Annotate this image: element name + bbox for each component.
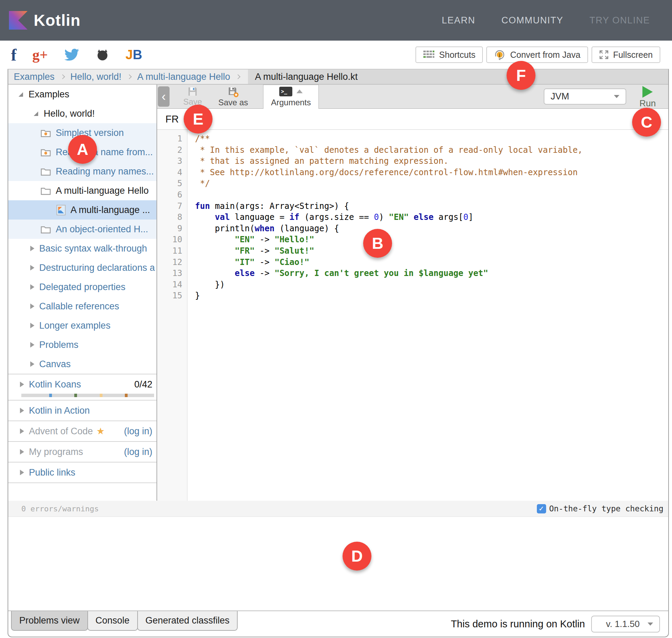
problems-view-panel <box>8 517 668 611</box>
sidebar-item-label: Callable references <box>39 301 119 312</box>
sidebar-item-label: Public links <box>29 467 75 478</box>
caret-down-icon <box>648 623 653 626</box>
run-label: Run <box>639 98 656 109</box>
nav-learn[interactable]: LEARN <box>442 15 475 26</box>
collapsed-icon[interactable] <box>20 428 24 434</box>
tab-problems-view[interactable]: Problems view <box>11 611 88 631</box>
sidebar-item-basic-syntax-walk-through[interactable]: Basic syntax walk-through <box>8 239 156 258</box>
expanded-icon[interactable] <box>19 92 23 97</box>
sidebar-item-advent-of-code[interactable]: Advent of Code★(log in) <box>8 421 156 441</box>
sidebar-item-hello-world[interactable]: Hello, world! <box>8 104 156 123</box>
collapsed-icon[interactable] <box>30 284 34 290</box>
on-the-fly-checkbox-row[interactable]: ✓ On-the-fly type checking <box>537 504 663 513</box>
top-action-buttons: Shortcuts j Convert from Java Fullscreen <box>415 46 660 63</box>
line-number: 13 <box>157 268 187 279</box>
sidebar-item-label: A multi-language ... <box>71 205 150 215</box>
sidebar-item-label: Longer examples <box>39 320 110 331</box>
collapsed-icon[interactable] <box>30 246 34 251</box>
code-editor[interactable]: 123456789101112131415 /** * In this exam… <box>157 130 668 501</box>
code-line: }) <box>195 279 583 290</box>
sidebar-item-kotlin-in-action[interactable]: Kotlin in Action <box>8 400 156 421</box>
sidebar-item-delegated-properties[interactable]: Delegated properties <box>8 277 156 297</box>
tab-generated-classfiles[interactable]: Generated classfiles <box>137 611 238 631</box>
annotation-badge-d: D <box>343 542 371 571</box>
on-the-fly-label: On-the-fly type checking <box>549 504 663 513</box>
sidebar-item-problems[interactable]: Problems <box>8 335 156 354</box>
collapsed-icon[interactable] <box>20 470 24 475</box>
expanded-icon[interactable] <box>34 111 38 116</box>
facebook-icon[interactable]: f <box>11 45 17 64</box>
caret-up-icon <box>296 89 303 93</box>
collapsed-icon[interactable] <box>20 449 24 455</box>
sidebar-item-reading-many-names[interactable]: Reading many names... <box>8 162 156 181</box>
collapsed-icon[interactable] <box>30 342 34 348</box>
main-area: ExamplesHello, world!Simplest versionRea… <box>8 85 668 501</box>
twitter-icon[interactable] <box>64 48 79 61</box>
editor-toolbar: ‹ Save Save as <box>157 85 668 109</box>
progress-segment <box>100 394 102 397</box>
code-line: else -> "Sorry, I can't greet you in $la… <box>195 268 583 279</box>
run-button[interactable]: Run <box>639 86 656 109</box>
sidebar-item-an-object-oriented-h[interactable]: An object-oriented H... <box>8 220 156 239</box>
shortcuts-button[interactable]: Shortcuts <box>415 46 483 63</box>
collapsed-icon[interactable] <box>20 408 24 413</box>
arguments-value: FR <box>165 114 179 125</box>
chevron-right-icon <box>60 74 65 79</box>
checkbox-checked-icon[interactable]: ✓ <box>537 504 546 513</box>
arguments-tab[interactable]: >_ Arguments <box>263 85 319 109</box>
sidebar-item-kotlin-koans[interactable]: Kotlin Koans0/42 <box>8 374 156 400</box>
errors-status-bar: 0 errors/warnings ✓ On-the-fly type chec… <box>8 501 668 517</box>
line-number-gutter: 123456789101112131415 <box>157 130 187 501</box>
sidebar-item-longer-examples[interactable]: Longer examples <box>8 316 156 335</box>
java-convert-icon: j <box>494 49 506 61</box>
log-in-link[interactable]: (log in) <box>124 426 152 437</box>
folder-icon <box>41 167 51 176</box>
annotation-badge-b: B <box>363 229 392 258</box>
version-select[interactable]: v. 1.1.50 <box>591 616 660 632</box>
sidebar-item-examples[interactable]: Examples <box>8 85 156 104</box>
nav-try-online[interactable]: TRY ONLINE <box>589 15 650 26</box>
arguments-input[interactable]: FR <box>157 109 668 130</box>
folder-dot-icon <box>41 129 51 137</box>
convert-from-java-button[interactable]: j Convert from Java <box>486 46 588 63</box>
log-in-link[interactable]: (log in) <box>124 447 152 457</box>
fullscreen-button[interactable]: Fullscreen <box>592 46 660 63</box>
collapse-sidebar-button[interactable]: ‹ <box>158 86 170 107</box>
code-line: * See http://kotlinlang.org/docs/referen… <box>195 167 583 178</box>
sidebar-item-my-programs[interactable]: My programs(log in) <box>8 441 156 462</box>
nav-community[interactable]: COMMUNITY <box>501 15 563 26</box>
collapsed-icon[interactable] <box>30 304 34 309</box>
code-line: * that is assigned an pattern matching e… <box>195 156 583 167</box>
google-plus-icon[interactable]: g+ <box>32 46 48 63</box>
sidebar-item-public-links[interactable]: Public links <box>8 462 156 482</box>
sidebar-item-label: My programs <box>29 447 83 457</box>
breadcrumb-current-file: A multi-language Hello.kt <box>255 72 358 82</box>
jetbrains-icon[interactable]: JB <box>126 47 142 62</box>
sidebar-item-label: Hello, world! <box>44 108 95 119</box>
collapsed-icon[interactable] <box>20 382 24 387</box>
sidebar-item-callable-references[interactable]: Callable references <box>8 297 156 316</box>
sidebar-item-a-multi-language[interactable]: A multi-language ... <box>8 200 156 220</box>
line-number: 2 <box>157 145 187 156</box>
kotlin-logo[interactable]: Kotlin <box>9 11 80 30</box>
breadcrumb-multi-language-hello[interactable]: A multi-language Hello <box>137 72 230 82</box>
caret-down-icon <box>614 95 619 98</box>
sidebar-item-a-multi-language-hello[interactable]: A multi-language Hello <box>8 181 156 200</box>
breadcrumb-hello-world[interactable]: Hello, world! <box>71 72 122 82</box>
runtime-select[interactable]: JVM <box>544 88 626 105</box>
collapsed-icon[interactable] <box>30 323 34 328</box>
sidebar-item-label: Advent of Code <box>29 426 93 437</box>
github-icon[interactable] <box>95 49 110 61</box>
save-button[interactable]: Save <box>176 86 209 107</box>
shortcuts-label: Shortcuts <box>439 50 476 60</box>
breadcrumb-examples[interactable]: Examples <box>14 72 55 82</box>
sidebar-item-canvas[interactable]: Canvas <box>8 354 156 374</box>
collapsed-icon[interactable] <box>30 265 34 270</box>
logo-text: Kotlin <box>34 11 80 30</box>
collapsed-icon[interactable] <box>30 361 34 367</box>
line-number: 1 <box>157 133 187 145</box>
tab-console[interactable]: Console <box>87 611 138 631</box>
line-number: 6 <box>157 189 187 201</box>
sidebar-item-destructuring-declarations-a[interactable]: Destructuring declarations a <box>8 258 156 277</box>
save-as-button[interactable]: Save as <box>213 86 253 107</box>
